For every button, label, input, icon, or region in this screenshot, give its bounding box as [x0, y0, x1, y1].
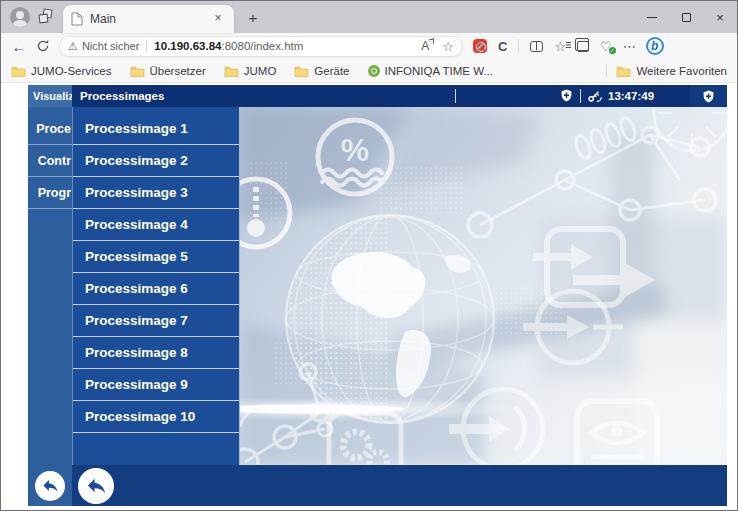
not-secure-warning-icon: ⚠: [68, 41, 78, 52]
back-button-sidebar[interactable]: [35, 471, 65, 501]
back-arrow-icon: [85, 474, 108, 497]
footer-sidebar-cell: [28, 465, 72, 506]
back-arrow-icon: [41, 476, 60, 495]
menu-item[interactable]: Processimage 7: [73, 305, 239, 337]
refresh-icon[interactable]: [31, 35, 55, 57]
menu-item[interactable]: Processimage 10: [73, 401, 239, 433]
adblock-extension-icon[interactable]: [473, 39, 487, 53]
address-bar[interactable]: ⚠ Nicht sicher 10.190.63.84 :8080/index.…: [59, 36, 463, 57]
new-tab-button[interactable]: +: [244, 9, 262, 27]
favorite-uebersetzer[interactable]: Übersetzer: [130, 65, 206, 77]
header-title: Processimages: [80, 85, 164, 107]
globe-icon: [286, 215, 494, 423]
folder-icon: [294, 65, 309, 77]
favorites-bar: JUMO-Services Übersetzer JUMO Geräte INF…: [1, 59, 737, 83]
alarm-shield-icon[interactable]: [560, 88, 573, 107]
url-path: :8080/index.htm: [222, 40, 304, 52]
svg-text:%: %: [341, 132, 369, 168]
settings-more-icon[interactable]: ⋯: [623, 39, 637, 54]
browser-essentials-icon[interactable]: ♡✓: [600, 39, 612, 54]
favorite-jumo[interactable]: JUMO: [224, 65, 277, 77]
header-left-title: Visualiza: [28, 85, 72, 107]
favorite-star-icon[interactable]: ☆: [442, 39, 454, 54]
more-favorites-button[interactable]: Weitere Favoriten: [616, 65, 727, 77]
menu-item[interactable]: Processimage 8: [73, 337, 239, 369]
footer-menu-cell: [72, 465, 727, 506]
browser-titlebar: Main × + ×: [1, 1, 737, 33]
app-body: Proce Contr Progr Processimage 1 Process…: [28, 107, 727, 465]
favorite-infoniqa[interactable]: INFONIQA TIME W...: [368, 65, 493, 77]
app-footer: [28, 465, 727, 506]
clock-time: 13:47:49: [608, 85, 654, 107]
workspaces-icon[interactable]: [39, 9, 55, 25]
menu-item[interactable]: Processimage 1: [73, 113, 239, 145]
folder-icon: [130, 65, 145, 77]
menu-item[interactable]: Processimage 5: [73, 241, 239, 273]
shield-button-right[interactable]: [690, 85, 727, 107]
shield-plus-icon: [702, 89, 715, 104]
processimages-menu: Processimage 1 Processimage 2 Processima…: [72, 107, 240, 465]
dot-pattern: [380, 165, 465, 213]
tab-title: Main: [90, 12, 210, 26]
tab-main[interactable]: Main ×: [63, 5, 234, 33]
minimize-button[interactable]: [635, 1, 669, 33]
menu-item[interactable]: Processimage 3: [73, 177, 239, 209]
folder-icon: [11, 65, 26, 77]
split-screen-icon[interactable]: [530, 41, 543, 52]
web-page: Visualiza Processimages 13:47:49: [1, 83, 737, 511]
url-host: 10.190.63.84: [154, 40, 221, 52]
login-key-icon[interactable]: [587, 89, 603, 107]
menu-item[interactable]: Processimage 2: [73, 145, 239, 177]
header-bar: Processimages 13:47:49: [72, 85, 727, 107]
extensions-row: C ☆ ♡✓ ⋯: [473, 39, 637, 54]
maximize-button[interactable]: [669, 1, 703, 33]
jumo-visualization-app: Visualiza Processimages 13:47:49: [28, 85, 727, 506]
sidebar-item[interactable]: Proce: [28, 113, 72, 145]
browser-window: Main × + × ← ⚠ Nicht sicher 10.190.63.84…: [0, 0, 738, 511]
browser-toolbar: ← ⚠ Nicht sicher 10.190.63.84 :8080/inde…: [1, 33, 737, 59]
favorite-geraete[interactable]: Geräte: [294, 65, 349, 77]
page-icon: [71, 12, 83, 26]
back-icon[interactable]: ←: [7, 35, 31, 57]
site-icon: [368, 65, 380, 77]
folder-icon: [224, 65, 239, 77]
tab-close-icon[interactable]: ×: [210, 11, 226, 27]
collections-icon[interactable]: [577, 41, 589, 52]
nav-sidebar: Proce Contr Progr: [28, 107, 72, 465]
back-button-menu[interactable]: [78, 468, 114, 504]
app-header: Visualiza Processimages 13:47:49: [28, 85, 727, 107]
favorites-menu-icon[interactable]: ☆: [554, 39, 566, 54]
menu-item[interactable]: Processimage 4: [73, 209, 239, 241]
close-button[interactable]: ×: [703, 1, 737, 33]
hero-image: %: [240, 107, 727, 465]
bing-copilot-icon[interactable]: b: [646, 37, 664, 55]
sidebar-item[interactable]: Contr: [28, 145, 72, 177]
menu-item[interactable]: Processimage 9: [73, 369, 239, 401]
profile-icon[interactable]: [10, 7, 30, 27]
sidebar-item[interactable]: Progr: [28, 177, 72, 209]
favorite-jumo-services[interactable]: JUMO-Services: [11, 65, 112, 77]
menu-item[interactable]: Processimage 6: [73, 273, 239, 305]
security-label: Nicht sicher: [82, 40, 139, 52]
window-controls: ×: [635, 1, 737, 33]
folder-icon: [616, 65, 631, 77]
read-aloud-icon[interactable]: A: [421, 39, 433, 53]
cookie-extension-icon[interactable]: C: [498, 39, 507, 54]
